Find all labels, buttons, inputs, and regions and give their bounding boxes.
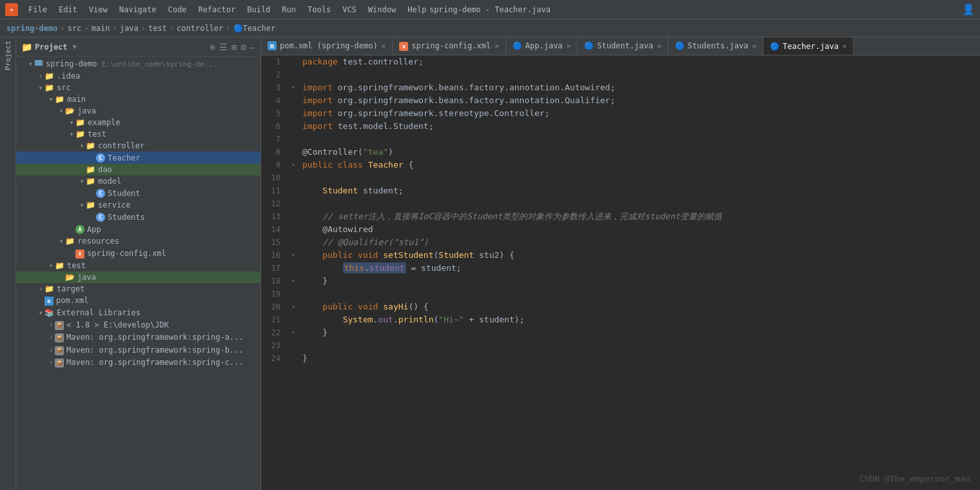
menu-view[interactable]: View [84,4,113,15]
tree-target[interactable]: › 📁 target [16,283,260,295]
left-strip: Project [0,37,16,490]
code-line-3: 3 ▾ import org.springframework.beans.fac… [261,81,980,94]
code-line-19: 19 [261,288,980,300]
tab-students[interactable]: 🔵 Students.java ✕ [669,37,764,55]
tab-spring-config[interactable]: x spring-config.xml ✕ [393,37,505,55]
panel-minimize-icon[interactable]: — [250,42,255,52]
breadcrumb-sep3: › [113,24,117,33]
tree-test[interactable]: ▾ 📁 test [16,128,260,140]
tree-spring-config[interactable]: x spring-config.xml [16,247,260,260]
tree-model[interactable]: ▾ 📁 model [16,175,260,187]
tab-students-close[interactable]: ✕ [752,43,756,50]
tree-app[interactable]: A App [16,223,260,235]
tab-spring-config-close[interactable]: ✕ [495,43,499,50]
code-line-8: 8 @Controller("tea") [261,146,980,159]
menu-run[interactable]: Run [277,4,301,15]
tab-student-close[interactable]: ✕ [657,43,662,50]
breadcrumb-src[interactable]: src [68,24,82,33]
menu-tools[interactable]: Tools [302,4,336,15]
code-line-10: 10 [261,172,980,184]
svg-rect-1 [35,61,43,66]
breadcrumb-main[interactable]: main [92,24,110,33]
panel-locate-icon[interactable]: ⊕ [210,42,215,52]
tree-ext-libs[interactable]: ▾ 📚 External Libraries [16,307,260,318]
code-line-13: 13 // setter注入，直接将IoC容器中的Student类型的对象作为参… [261,210,980,223]
tree-teacher[interactable]: C Teacher [16,152,260,164]
tree-src[interactable]: ▾ 📁 src [16,82,260,93]
menu-window[interactable]: Window [363,4,401,15]
tree-service[interactable]: ▾ 📁 service [16,199,260,211]
menu-refactor[interactable]: Refactor [193,4,240,15]
tree-jdk[interactable]: › 📦 < 1.8 > E:\develop\JDK [16,318,260,331]
tree-example[interactable]: ▾ 📁 example [16,117,260,128]
panel-expand-icon[interactable]: ⊞ [231,42,237,52]
panel-collapse-icon[interactable]: ☰ [219,42,228,52]
code-line-4: 4 import org.springframework.beans.facto… [261,94,980,107]
project-panel: 📁 Project ▼ ⊕ ☰ ⊞ ⚙ — ▾ spring-demo E:\o… [16,37,261,490]
code-line-22: 22 ▾ } [261,326,980,339]
code-line-18: 18 ▾ } [261,275,980,288]
tree-dao[interactable]: 📁 dao [16,164,260,175]
panel-settings-icon[interactable]: ⚙ [240,42,246,52]
tab-pom[interactable]: m pom.xml (spring-demo) ✕ [261,37,393,55]
code-line-12: 12 [261,197,980,210]
code-line-9: 9 ▾ public class Teacher { [261,159,980,172]
code-line-1: 1 package test.controller; [261,55,980,68]
tab-teacher-close[interactable]: ✕ [843,43,847,50]
title-bar: ✦ File Edit View Navigate Code Refactor … [0,0,980,19]
tree-students[interactable]: C Students [16,211,260,223]
tree-pom[interactable]: m pom.xml [16,295,260,308]
tab-student[interactable]: 🔵 Student.java ✕ [578,37,668,55]
menu-navigate[interactable]: Navigate [114,4,162,15]
menu-help[interactable]: Help [402,4,431,15]
watermark: CSDN @The_emperoor_man [859,474,970,484]
user-icon[interactable]: 👤 [962,3,975,15]
code-area[interactable]: 1 package test.controller; 2 3 ▾ import … [261,55,980,490]
code-line-7: 7 [261,133,980,146]
breadcrumb-project[interactable]: spring-demo [6,24,57,33]
tree-java[interactable]: ▾ 📂 java [16,105,260,117]
window-title: spring-demo - Teacher.java [429,5,551,14]
tree-idea[interactable]: › 📁 .idea [16,70,260,82]
tab-app-close[interactable]: ✕ [567,43,571,50]
code-line-2: 2 [261,68,980,81]
tree-test2[interactable]: ▾ 📁 test [16,260,260,271]
editor-tabs: m pom.xml (spring-demo) ✕ x spring-confi… [261,37,980,55]
code-line-23: 23 [261,339,980,352]
code-line-24: 24 } [261,352,980,365]
panel-icons: ⊕ ☰ ⊞ ⚙ — [210,42,255,52]
tree-main[interactable]: ▾ 📁 main [16,93,260,105]
tab-teacher[interactable]: 🔵 Teacher.java ✕ [763,37,854,55]
breadcrumb-test[interactable]: test [148,24,167,33]
tree-student[interactable]: C Student [16,187,260,199]
tree-maven-b[interactable]: › 📦 Maven: org.springframework:spring-b.… [16,344,260,357]
menu-edit[interactable]: Edit [54,4,83,15]
tab-pom-close[interactable]: ✕ [382,43,386,50]
tree-root[interactable]: ▾ spring-demo E:\online_code\spring-de..… [16,57,260,70]
breadcrumb-controller[interactable]: controller [177,24,223,33]
code-line-16: 16 ▾ public void setStudent(Student stu2… [261,249,980,262]
menu-build[interactable]: Build [242,4,275,15]
code-line-21: 21 System.out.println("Hi~" + student); [261,313,980,326]
menu-file[interactable]: File [23,4,52,15]
tree-java2[interactable]: 📂 java [16,271,260,283]
tree-maven-c[interactable]: › 📦 Maven: org.springframework:spring-c.… [16,357,260,369]
tree-controller[interactable]: ▾ 📁 controller [16,140,260,152]
tab-app[interactable]: 🔵 App.java ✕ [506,37,578,55]
panel-dropdown-icon[interactable]: ▼ [73,43,77,50]
menu-vcs[interactable]: VCS [337,4,362,15]
breadcrumb-teacher[interactable]: Teacher [243,24,276,33]
tree-maven-a[interactable]: › 📦 Maven: org.springframework:spring-a.… [16,331,260,344]
menu-code[interactable]: Code [163,4,192,15]
project-strip-label[interactable]: Project [4,41,12,70]
tree-resources[interactable]: ▾ 📁 resources [16,235,260,247]
folder-icon: 📁 [21,42,32,52]
code-line-5: 5 import org.springframework.stereotype.… [261,107,980,120]
file-tree: ▾ spring-demo E:\online_code\spring-de..… [16,57,260,490]
code-line-20: 20 ▾ public void sayHi() { [261,300,980,313]
breadcrumb-java[interactable]: java [120,24,139,33]
code-line-14: 14 @Autowired [261,223,980,236]
main-layout: Project 📁 Project ▼ ⊕ ☰ ⊞ ⚙ — ▾ s [0,37,980,490]
breadcrumb-sep4: › [141,24,146,33]
code-line-11: 11 Student student; [261,184,980,197]
